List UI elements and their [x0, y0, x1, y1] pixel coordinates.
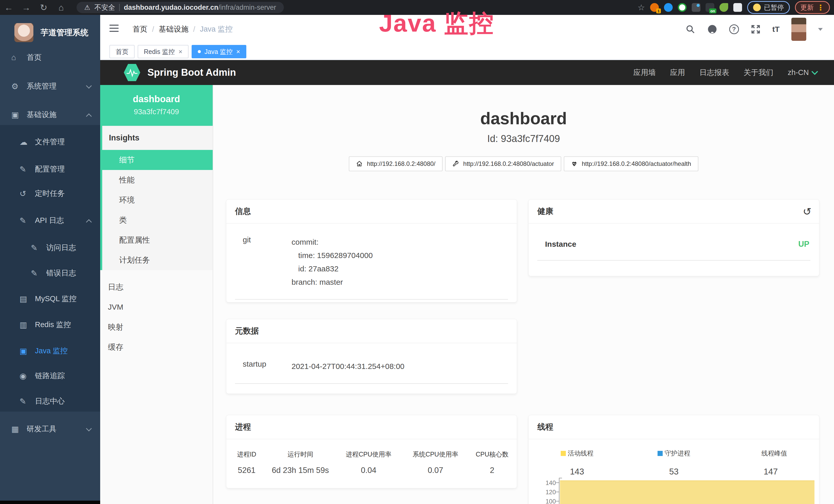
sidebar-item-tracing[interactable]: ◉ 链路追踪 [0, 366, 100, 386]
spring-boot-admin-logo[interactable] [124, 64, 140, 82]
bookmark-star-icon[interactable]: ☆ [637, 3, 645, 12]
val-process-cpu: 0.04 [334, 466, 403, 475]
sba-menu-scheduled-tasks[interactable]: 计划任务 [102, 250, 213, 270]
legend-daemon-threads: 守护进程 [665, 449, 690, 458]
extension-icon-green-circle[interactable] [678, 3, 686, 12]
address-bar[interactable]: ⚠ 不安全 dashboard.yudao.iocoder.cn/infra/a… [76, 2, 284, 13]
user-menu-caret-icon[interactable] [818, 28, 823, 31]
sidebar-item-mysql-monitor[interactable]: ▤ MySQL 监控 [0, 289, 100, 309]
sidebar-item-java-monitor[interactable]: ▣ Java 监控 [0, 341, 100, 361]
val-cpu-cores: 2 [467, 466, 517, 475]
card-process-title: 进程 [226, 415, 517, 439]
search-icon[interactable] [685, 24, 695, 34]
sba-menu-jvm[interactable]: JVM [100, 297, 213, 317]
extension-icon-pin[interactable] [664, 3, 673, 12]
extension-icon-grid[interactable] [692, 3, 700, 12]
sba-instance-sidebar: dashboard 93a3fc7f7409 Insights 细节 性能 环境… [100, 85, 213, 504]
hamburger-icon[interactable] [109, 25, 119, 32]
sba-menu-environment[interactable]: 环境 [102, 190, 213, 210]
url-host: dashboard.yudao.iocoder.cn [124, 4, 218, 11]
monitor-icon: ▣ [11, 110, 27, 120]
wrench-icon [452, 160, 459, 167]
sba-menu-details[interactable]: 细节 [102, 150, 213, 170]
live-threads-area [560, 480, 814, 504]
sidebar-item-system[interactable]: ⚙ 系统管理 [0, 76, 100, 96]
log-icon: ✎ [31, 269, 46, 278]
health-url-link[interactable]: http://192.168.0.2:48080/actuator/health [564, 156, 698, 171]
breadcrumb-home[interactable]: 首页 [133, 24, 148, 35]
sidebar-item-config[interactable]: ✎ 配置管理 [0, 159, 100, 180]
sba-nav-wallboard[interactable]: 应用墙 [633, 68, 656, 78]
extension-icon-leaf[interactable] [720, 3, 728, 12]
close-icon[interactable]: × [178, 48, 182, 56]
threads-chart: 140 120 100 [529, 476, 819, 504]
close-icon[interactable]: × [236, 48, 240, 56]
sidebar-item-api-logs[interactable]: ✎ API 日志 [0, 210, 100, 231]
sba-nav-journal[interactable]: 日志报表 [699, 68, 729, 78]
process-table: 进程ID 运行时间 进程CPU使用率 系统CPU使用率 CPU核心数 5261 … [226, 450, 517, 475]
chrome-update-button[interactable]: 更新 ⋮ [795, 1, 830, 14]
sba-menu-classes[interactable]: 类 [102, 210, 213, 230]
actuator-url-link[interactable]: http://192.168.0.2:48080/actuator [445, 156, 561, 171]
extension-icon-orange[interactable]: 1 [650, 3, 659, 12]
sba-menu-caches[interactable]: 缓存 [100, 337, 213, 357]
sidebar-item-access-logs[interactable]: ✎ 访问日志 [0, 237, 100, 258]
sidebar-item-dev-tools[interactable]: ▦ 研发工具 [0, 419, 100, 439]
sidebar-item-files[interactable]: ☁ 文件管理 [0, 132, 100, 152]
toolbox-icon: ▦ [11, 425, 27, 434]
tab-java-monitor[interactable]: Java 监控 × [192, 45, 246, 58]
card-health-title: 健康 [537, 206, 553, 217]
not-secure-label: 不安全 [94, 3, 115, 12]
history-icon[interactable]: ↺ [803, 206, 811, 217]
sidebar-item-scheduled-jobs[interactable]: ↺ 定时任务 [0, 183, 100, 204]
sba-nav: 应用墙 应用 日志报表 关于我们 zh-CN [633, 60, 817, 85]
extensions-puzzle-icon[interactable] [733, 3, 742, 12]
github-icon[interactable] [707, 24, 717, 35]
browser-back-icon[interactable]: ← [0, 3, 18, 13]
help-icon[interactable]: ? [729, 24, 739, 34]
col-cpu-cores: CPU核心数 [467, 450, 517, 459]
card-threads: 线程 活动线程 143 守护进程 53 线程峰值 147 140 120 100 [528, 415, 819, 504]
header-action-icons: ? tT [685, 15, 823, 44]
service-url-link[interactable]: http://192.168.0.2:48080/ [349, 156, 443, 171]
log-icon: ✎ [31, 243, 46, 253]
browser-menu-icon[interactable]: ⋮ [817, 3, 825, 12]
browser-forward-icon[interactable]: → [18, 3, 35, 13]
sba-menu-mappings[interactable]: 映射 [100, 317, 213, 337]
tab-redis-monitor[interactable]: Redis 监控 × [138, 45, 189, 58]
card-threads-title: 线程 [529, 415, 819, 439]
user-avatar[interactable] [791, 18, 806, 41]
sidebar-item-log-center[interactable]: ✎ 日志中心 [0, 391, 100, 412]
sba-menu-config-props[interactable]: 配置属性 [102, 230, 213, 250]
app-logo[interactable]: 芋道管理系统 [14, 23, 88, 42]
tab-home[interactable]: 首页 [109, 45, 135, 58]
profile-paused-chip[interactable]: 已暂停 [747, 1, 790, 14]
font-size-icon[interactable]: tT [772, 25, 780, 33]
extension-badge: 1 [656, 8, 661, 13]
browser-home-icon[interactable]: ⌂ [52, 3, 70, 13]
sidebar-item-home[interactable]: ⌂ 首页 [0, 47, 100, 68]
breadcrumb-infrastructure[interactable]: 基础设施 [159, 24, 189, 35]
chevron-down-icon [811, 68, 818, 75]
cloud-icon: ☁ [20, 137, 35, 147]
health-instance-row[interactable]: Instance UP [537, 239, 810, 260]
extension-icon-list[interactable]: on [706, 3, 714, 12]
sba-nav-applications[interactable]: 应用 [670, 68, 685, 78]
browser-reload-icon[interactable]: ↻ [35, 2, 52, 13]
locale-selector[interactable]: zh-CN [788, 68, 817, 77]
sba-menu-logs[interactable]: 日志 [100, 277, 213, 297]
home-icon [356, 160, 363, 167]
instance-header[interactable]: dashboard 93a3fc7f7409 [100, 85, 213, 126]
sba-menu-metrics[interactable]: 性能 [102, 170, 213, 190]
fullscreen-icon[interactable] [751, 24, 761, 34]
url-path: /infra/admin-server [218, 4, 276, 11]
window-bottom-strip [0, 501, 100, 504]
legend-live-threads: 活动线程 [568, 449, 594, 458]
sba-instance-content: dashboard Id: 93a3fc7f7409 http://192.16… [213, 85, 834, 504]
sba-brand-title[interactable]: Spring Boot Admin [148, 67, 236, 78]
extension-on-badge: on [709, 8, 716, 13]
sidebar-item-redis-monitor[interactable]: ▥ Redis 监控 [0, 315, 100, 335]
sba-nav-about[interactable]: 关于我们 [744, 68, 773, 78]
sidebar-item-infrastructure[interactable]: ▣ 基础设施 [0, 105, 100, 125]
sidebar-item-error-logs[interactable]: ✎ 错误日志 [0, 263, 100, 283]
